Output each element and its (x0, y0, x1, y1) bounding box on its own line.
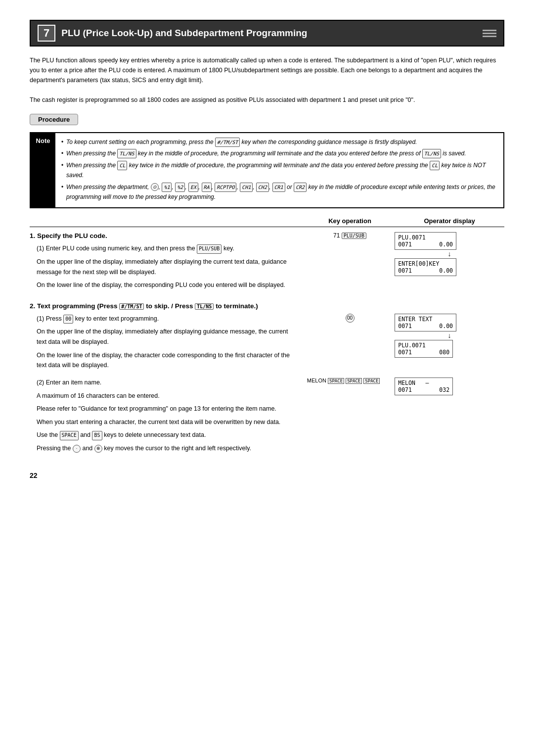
step2-sub1-row: (1) Press 00 key to enter text programmi… (30, 314, 504, 374)
step2-display3: ENTER TEXT 0071 0.00 (395, 314, 456, 331)
page-number: 22 (30, 472, 504, 479)
step2-sub2-detail5: Pressing the · and ⊗ key moves the curso… (37, 443, 297, 454)
step2-display-group2: MELON – 0071 032 (395, 378, 504, 395)
note-item-3: When pressing the CL key twice in the mi… (61, 160, 497, 181)
step2-sub2-text: (2) Enter an item name. (37, 378, 297, 388)
step2-display5: MELON – 0071 032 (395, 378, 453, 395)
step2-display-group1: ENTER TEXT 0071 0.00 ↓ PLU.0071 0071 080 (395, 314, 504, 358)
deco-lines (483, 30, 496, 37)
note-item-4: When pressing the department, ⊙, %1, %2,… (61, 182, 497, 202)
step2-sub2-row: (2) Enter an item name. A maximum of 16 … (30, 378, 504, 457)
step1-display2: ENTER[00]KEY 0071 0.00 (395, 258, 456, 276)
step2-sub1-text: (1) Press 00 key to enter text programmi… (37, 314, 297, 324)
step2-sub1-left: (1) Press 00 key to enter text programmi… (30, 314, 305, 374)
note-box: Note To keep current setting on each pro… (30, 132, 504, 208)
note-item-2: When pressing the TL/NS key in the middl… (61, 148, 497, 158)
step2-display4: PLU.0071 0071 080 (395, 340, 453, 358)
step1-section: 1. Specify the PLU code. (1) Enter PLU c… (30, 232, 504, 293)
step2-section: 2. Text programming (Press #/TM/ST to sk… (30, 302, 504, 457)
step2-sub2-left: (2) Enter an item name. A maximum of 16 … (30, 378, 305, 457)
step1-sub1: (1) Enter PLU code using numeric key, an… (37, 243, 297, 254)
step2-sub2-detail4: Use the SPACE and BS keys to delete unne… (37, 430, 297, 440)
step2-title: 2. Text programming (Press #/TM/ST to sk… (30, 302, 504, 310)
step2-sub2-detail1: A maximum of 16 characters can be entere… (37, 391, 297, 401)
step2-key-op1: 00 (305, 314, 395, 358)
step1-key-display-row: 71 PLU/SUB PLU.0071 0071 0.00 ↓ ENTER[00… (305, 232, 504, 276)
step1-detail1: On the upper line of the display, immedi… (37, 257, 297, 277)
step2-arrow1: ↓ (395, 331, 504, 340)
step1-key-op: 71 PLU/SUB (305, 232, 395, 276)
step2-sub2-detail2: Please refer to "Guidance for text progr… (37, 404, 297, 414)
procedure-badge: Procedure (30, 114, 78, 125)
key-operation-header: Key operation (305, 217, 395, 227)
step1-sub1-label: (1) (37, 245, 46, 252)
note-item-1: To keep current setting on each programm… (61, 137, 497, 147)
step1-display1: PLU.0071 0071 0.00 (395, 232, 456, 250)
intro-paragraph-1: The PLU function allows speedy key entri… (30, 55, 504, 105)
section-title: PLU (Price Look-Up) and Subdepartment Pr… (61, 28, 478, 39)
step1-arrow: ↓ (395, 250, 504, 258)
step2-sub1-right: 00 ENTER TEXT 0071 0.00 ↓ PLU.0071 0071 … (305, 314, 504, 374)
step2-key-display-row2: MELON SPACE SPACE SPACE MELON – 0071 032 (305, 378, 504, 395)
note-label: Note (31, 133, 55, 207)
column-header-row: Key operation Operator display (30, 217, 504, 227)
step2-sub2-right: MELON SPACE SPACE SPACE MELON – 0071 032 (305, 378, 504, 457)
step1-left: 1. Specify the PLU code. (1) Enter PLU c… (30, 232, 305, 293)
step1-title: 1. Specify the PLU code. (30, 232, 297, 239)
note-content: To keep current setting on each programm… (55, 133, 503, 207)
step1-detail2: On the lower line of the display, the co… (37, 280, 297, 290)
step2-sub2-detail3: When you start entering a character, the… (37, 417, 297, 427)
step2-key-op2: MELON SPACE SPACE SPACE (305, 378, 395, 395)
step2-key-display-row1: 00 ENTER TEXT 0071 0.00 ↓ PLU.0071 0071 … (305, 314, 504, 358)
step1-display-group: PLU.0071 0071 0.00 ↓ ENTER[00]KEY 0071 0… (395, 232, 504, 276)
section-header: 7 PLU (Price Look-Up) and Subdepartment … (30, 20, 504, 47)
step1-right: 71 PLU/SUB PLU.0071 0071 0.00 ↓ ENTER[00… (305, 232, 504, 293)
step2-sub1-detail1: On the upper line of the display, immedi… (37, 327, 297, 347)
section-number: 7 (38, 25, 55, 42)
operator-display-header: Operator display (395, 217, 504, 227)
step2-sub1-detail2: On the lower line of the display, the ch… (37, 350, 297, 371)
